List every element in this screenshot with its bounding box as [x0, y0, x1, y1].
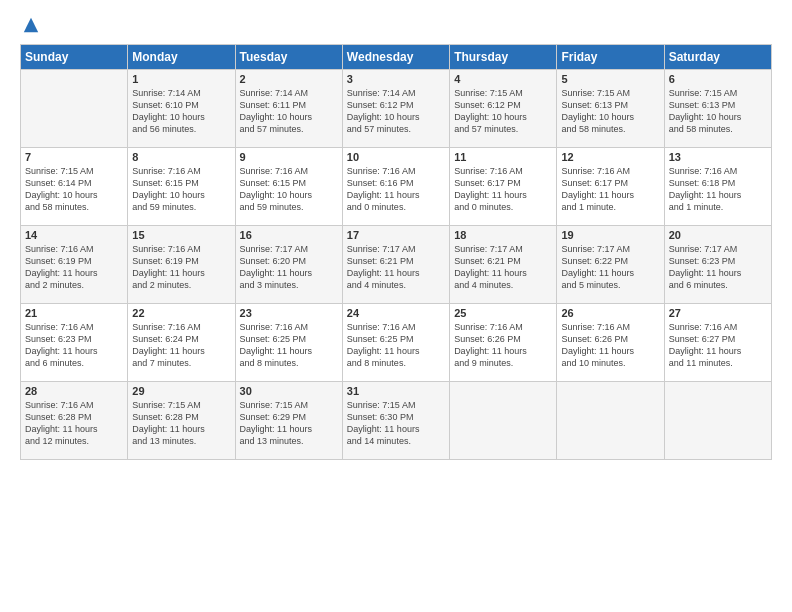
- header-day-monday: Monday: [128, 45, 235, 70]
- day-info: Sunrise: 7:15 AM Sunset: 6:29 PM Dayligh…: [240, 399, 338, 448]
- calendar-cell: 21Sunrise: 7:16 AM Sunset: 6:23 PM Dayli…: [21, 304, 128, 382]
- calendar-cell: 7Sunrise: 7:15 AM Sunset: 6:14 PM Daylig…: [21, 148, 128, 226]
- calendar-cell: 26Sunrise: 7:16 AM Sunset: 6:26 PM Dayli…: [557, 304, 664, 382]
- calendar-week-4: 21Sunrise: 7:16 AM Sunset: 6:23 PM Dayli…: [21, 304, 772, 382]
- logo-icon: [22, 16, 40, 34]
- header-day-saturday: Saturday: [664, 45, 771, 70]
- day-info: Sunrise: 7:17 AM Sunset: 6:21 PM Dayligh…: [454, 243, 552, 292]
- day-info: Sunrise: 7:15 AM Sunset: 6:28 PM Dayligh…: [132, 399, 230, 448]
- day-number: 19: [561, 229, 659, 241]
- day-info: Sunrise: 7:16 AM Sunset: 6:19 PM Dayligh…: [132, 243, 230, 292]
- header-day-wednesday: Wednesday: [342, 45, 449, 70]
- day-number: 4: [454, 73, 552, 85]
- calendar-cell: 24Sunrise: 7:16 AM Sunset: 6:25 PM Dayli…: [342, 304, 449, 382]
- calendar-cell: 6Sunrise: 7:15 AM Sunset: 6:13 PM Daylig…: [664, 70, 771, 148]
- day-info: Sunrise: 7:16 AM Sunset: 6:19 PM Dayligh…: [25, 243, 123, 292]
- day-number: 28: [25, 385, 123, 397]
- calendar-cell: 11Sunrise: 7:16 AM Sunset: 6:17 PM Dayli…: [450, 148, 557, 226]
- calendar-cell: 2Sunrise: 7:14 AM Sunset: 6:11 PM Daylig…: [235, 70, 342, 148]
- calendar-cell: 13Sunrise: 7:16 AM Sunset: 6:18 PM Dayli…: [664, 148, 771, 226]
- day-number: 10: [347, 151, 445, 163]
- day-info: Sunrise: 7:16 AM Sunset: 6:28 PM Dayligh…: [25, 399, 123, 448]
- day-number: 12: [561, 151, 659, 163]
- header-day-sunday: Sunday: [21, 45, 128, 70]
- day-info: Sunrise: 7:15 AM Sunset: 6:13 PM Dayligh…: [561, 87, 659, 136]
- day-number: 6: [669, 73, 767, 85]
- calendar-cell: 27Sunrise: 7:16 AM Sunset: 6:27 PM Dayli…: [664, 304, 771, 382]
- calendar-cell: 10Sunrise: 7:16 AM Sunset: 6:16 PM Dayli…: [342, 148, 449, 226]
- page: SundayMondayTuesdayWednesdayThursdayFrid…: [0, 0, 792, 470]
- calendar-week-3: 14Sunrise: 7:16 AM Sunset: 6:19 PM Dayli…: [21, 226, 772, 304]
- calendar-cell: 9Sunrise: 7:16 AM Sunset: 6:15 PM Daylig…: [235, 148, 342, 226]
- day-info: Sunrise: 7:16 AM Sunset: 6:27 PM Dayligh…: [669, 321, 767, 370]
- calendar-header-row: SundayMondayTuesdayWednesdayThursdayFrid…: [21, 45, 772, 70]
- day-info: Sunrise: 7:16 AM Sunset: 6:25 PM Dayligh…: [347, 321, 445, 370]
- calendar-cell: 22Sunrise: 7:16 AM Sunset: 6:24 PM Dayli…: [128, 304, 235, 382]
- day-info: Sunrise: 7:15 AM Sunset: 6:14 PM Dayligh…: [25, 165, 123, 214]
- calendar-cell: 16Sunrise: 7:17 AM Sunset: 6:20 PM Dayli…: [235, 226, 342, 304]
- calendar-table: SundayMondayTuesdayWednesdayThursdayFrid…: [20, 44, 772, 460]
- day-info: Sunrise: 7:14 AM Sunset: 6:12 PM Dayligh…: [347, 87, 445, 136]
- calendar-cell: 23Sunrise: 7:16 AM Sunset: 6:25 PM Dayli…: [235, 304, 342, 382]
- day-info: Sunrise: 7:15 AM Sunset: 6:13 PM Dayligh…: [669, 87, 767, 136]
- day-info: Sunrise: 7:16 AM Sunset: 6:15 PM Dayligh…: [240, 165, 338, 214]
- calendar-cell: 25Sunrise: 7:16 AM Sunset: 6:26 PM Dayli…: [450, 304, 557, 382]
- calendar-cell: 5Sunrise: 7:15 AM Sunset: 6:13 PM Daylig…: [557, 70, 664, 148]
- calendar-cell: 30Sunrise: 7:15 AM Sunset: 6:29 PM Dayli…: [235, 382, 342, 460]
- day-info: Sunrise: 7:16 AM Sunset: 6:24 PM Dayligh…: [132, 321, 230, 370]
- calendar-cell: [21, 70, 128, 148]
- calendar-body: 1Sunrise: 7:14 AM Sunset: 6:10 PM Daylig…: [21, 70, 772, 460]
- header-day-thursday: Thursday: [450, 45, 557, 70]
- calendar-week-1: 1Sunrise: 7:14 AM Sunset: 6:10 PM Daylig…: [21, 70, 772, 148]
- day-info: Sunrise: 7:16 AM Sunset: 6:25 PM Dayligh…: [240, 321, 338, 370]
- calendar-cell: 4Sunrise: 7:15 AM Sunset: 6:12 PM Daylig…: [450, 70, 557, 148]
- day-info: Sunrise: 7:17 AM Sunset: 6:20 PM Dayligh…: [240, 243, 338, 292]
- day-number: 11: [454, 151, 552, 163]
- day-number: 25: [454, 307, 552, 319]
- calendar-cell: 8Sunrise: 7:16 AM Sunset: 6:15 PM Daylig…: [128, 148, 235, 226]
- calendar-cell: 1Sunrise: 7:14 AM Sunset: 6:10 PM Daylig…: [128, 70, 235, 148]
- day-number: 30: [240, 385, 338, 397]
- day-info: Sunrise: 7:17 AM Sunset: 6:22 PM Dayligh…: [561, 243, 659, 292]
- day-number: 23: [240, 307, 338, 319]
- calendar-cell: 17Sunrise: 7:17 AM Sunset: 6:21 PM Dayli…: [342, 226, 449, 304]
- calendar-cell: [557, 382, 664, 460]
- calendar-cell: 15Sunrise: 7:16 AM Sunset: 6:19 PM Dayli…: [128, 226, 235, 304]
- day-info: Sunrise: 7:17 AM Sunset: 6:21 PM Dayligh…: [347, 243, 445, 292]
- day-number: 20: [669, 229, 767, 241]
- calendar-week-5: 28Sunrise: 7:16 AM Sunset: 6:28 PM Dayli…: [21, 382, 772, 460]
- day-info: Sunrise: 7:16 AM Sunset: 6:15 PM Dayligh…: [132, 165, 230, 214]
- day-number: 24: [347, 307, 445, 319]
- day-number: 26: [561, 307, 659, 319]
- header: [20, 18, 772, 34]
- day-number: 7: [25, 151, 123, 163]
- day-number: 2: [240, 73, 338, 85]
- day-info: Sunrise: 7:17 AM Sunset: 6:23 PM Dayligh…: [669, 243, 767, 292]
- day-info: Sunrise: 7:15 AM Sunset: 6:30 PM Dayligh…: [347, 399, 445, 448]
- day-info: Sunrise: 7:16 AM Sunset: 6:18 PM Dayligh…: [669, 165, 767, 214]
- calendar-cell: 31Sunrise: 7:15 AM Sunset: 6:30 PM Dayli…: [342, 382, 449, 460]
- day-info: Sunrise: 7:14 AM Sunset: 6:11 PM Dayligh…: [240, 87, 338, 136]
- day-info: Sunrise: 7:14 AM Sunset: 6:10 PM Dayligh…: [132, 87, 230, 136]
- day-number: 15: [132, 229, 230, 241]
- day-number: 29: [132, 385, 230, 397]
- day-number: 13: [669, 151, 767, 163]
- day-info: Sunrise: 7:16 AM Sunset: 6:26 PM Dayligh…: [561, 321, 659, 370]
- day-number: 8: [132, 151, 230, 163]
- day-number: 21: [25, 307, 123, 319]
- day-info: Sunrise: 7:16 AM Sunset: 6:17 PM Dayligh…: [454, 165, 552, 214]
- calendar-cell: 14Sunrise: 7:16 AM Sunset: 6:19 PM Dayli…: [21, 226, 128, 304]
- calendar-cell: 20Sunrise: 7:17 AM Sunset: 6:23 PM Dayli…: [664, 226, 771, 304]
- day-info: Sunrise: 7:16 AM Sunset: 6:26 PM Dayligh…: [454, 321, 552, 370]
- day-number: 17: [347, 229, 445, 241]
- day-number: 1: [132, 73, 230, 85]
- calendar-cell: 29Sunrise: 7:15 AM Sunset: 6:28 PM Dayli…: [128, 382, 235, 460]
- day-number: 14: [25, 229, 123, 241]
- calendar-cell: [664, 382, 771, 460]
- calendar-cell: 19Sunrise: 7:17 AM Sunset: 6:22 PM Dayli…: [557, 226, 664, 304]
- day-info: Sunrise: 7:16 AM Sunset: 6:16 PM Dayligh…: [347, 165, 445, 214]
- day-number: 22: [132, 307, 230, 319]
- day-info: Sunrise: 7:15 AM Sunset: 6:12 PM Dayligh…: [454, 87, 552, 136]
- calendar-cell: 18Sunrise: 7:17 AM Sunset: 6:21 PM Dayli…: [450, 226, 557, 304]
- header-day-tuesday: Tuesday: [235, 45, 342, 70]
